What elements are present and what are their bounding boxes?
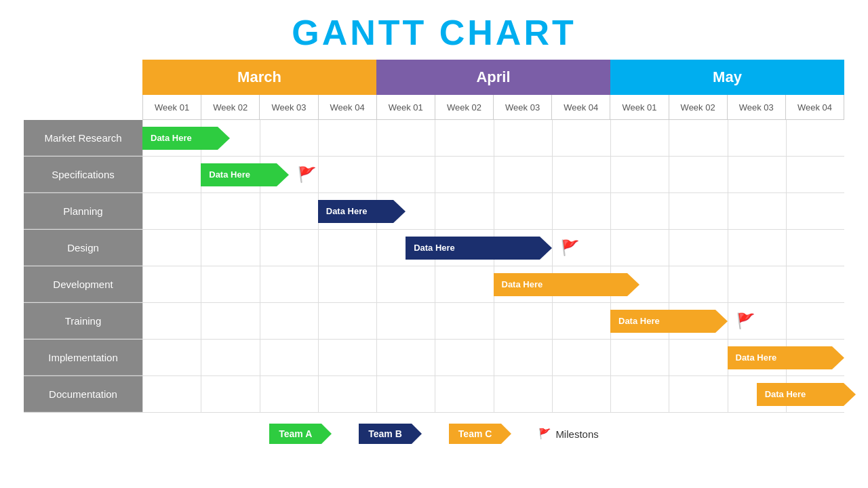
legend-team-c-label: Team C [449,424,502,444]
grid-cell-3-0 [142,230,201,266]
week-cell-9: Week 02 [669,95,727,119]
grid-cell-4-6 [494,266,552,302]
week-cell-4: Week 01 [376,95,435,119]
bar-arrow-7 [844,383,856,406]
grid-cell-6-0 [142,340,201,375]
table-row: TrainingData Here🚩 [24,303,844,340]
legend-arrow-orange [501,424,511,444]
grid-cell-0-11 [786,120,844,156]
grid-cell-7-7 [552,376,610,412]
row-cells-3: Data Here🚩 [142,230,844,266]
grid-cell-0-6 [494,120,552,156]
table-row: Market ResearchData Here [24,120,844,157]
grid-cell-5-7 [552,303,610,339]
grid-cell-3-11 [786,230,844,266]
grid-cell-2-11 [786,193,844,229]
grid-cell-2-7 [552,193,610,229]
grid-cell-6-9 [669,340,727,375]
week-cell-5: Week 02 [435,95,493,119]
chart-body: Market ResearchData HereSpecificationsDa… [24,120,844,413]
table-row: SpecificationsData Here🚩 [24,157,844,193]
grid-cell-1-0 [142,157,201,192]
row-cells-6: Data Here [142,340,844,375]
legend-team-a: Team A [269,424,332,444]
milestone-flag-icon: 🚩 [538,428,551,440]
row-cells-2: Data Here [142,193,844,229]
grid-cell-2-6 [494,193,552,229]
week-header-row: Week 01Week 02Week 03Week 04Week 01Week … [142,95,844,120]
row-label-2: Planning [24,193,142,229]
week-cell-6: Week 03 [493,95,551,119]
legend-team-b-label: Team B [359,424,412,444]
grid-cell-7-11 [786,376,844,412]
grid-cell-0-0 [142,120,201,156]
grid-cell-4-0 [142,266,201,302]
grid-cell-1-9 [669,157,727,192]
legend-arrow-green [321,424,332,444]
grid-cell-3-9 [669,230,727,266]
grid-cell-0-7 [552,120,610,156]
grid-cell-7-2 [260,376,318,412]
grid-cell-4-5 [435,266,493,302]
grid-cell-2-10 [728,193,786,229]
grid-cell-3-8 [610,230,669,266]
week-cell-3: Week 04 [318,95,376,119]
grid-cell-3-6 [494,230,552,266]
grid-cell-5-11 [786,303,844,339]
grid-cell-1-6 [494,157,552,192]
grid-cell-4-2 [260,266,318,302]
grid-cell-7-8 [610,376,669,412]
legend-team-c: Team C [449,424,512,444]
legend-team-a-label: Team A [269,424,321,444]
legend-team-b: Team B [359,424,422,444]
table-row: ImplementationData Here [24,340,844,376]
grid-cell-5-4 [376,303,435,339]
grid-cell-2-3 [318,193,376,229]
grid-cell-1-4 [376,157,435,192]
row-cells-0: Data Here [142,120,844,156]
grid-cell-6-7 [552,340,610,375]
table-row: DocumentationData Here [24,376,844,413]
grid-cell-7-9 [669,376,727,412]
grid-cell-1-5 [435,157,493,192]
grid-cell-0-8 [610,120,669,156]
legend-bar-navy: Team B [359,424,422,444]
month-march: March [142,60,376,95]
grid-cell-3-7 [552,230,610,266]
grid-cell-7-0 [142,376,201,412]
grid-cell-2-0 [142,193,201,229]
grid-cell-7-4 [376,376,435,412]
page-title: GANTT CHART [292,12,576,53]
grid-cell-2-5 [435,193,493,229]
grid-cell-3-4 [376,230,435,266]
grid-cell-6-6 [494,340,552,375]
row-cells-4: Data Here [142,266,844,302]
grid-cell-7-3 [318,376,376,412]
week-cell-1: Week 02 [201,95,259,119]
grid-cell-5-10 [728,303,786,339]
row-label-3: Design [24,230,142,266]
grid-cell-7-6 [494,376,552,412]
grid-cell-4-9 [669,266,727,302]
grid-cell-5-9 [669,303,727,339]
grid-cell-1-8 [610,157,669,192]
gantt-chart: March April May Week 01Week 02Week 03Wee… [24,60,844,413]
grid-cell-4-10 [728,266,786,302]
grid-cell-3-1 [201,230,259,266]
grid-cell-3-5 [435,230,493,266]
week-cell-11: Week 04 [785,95,844,119]
grid-cell-2-2 [260,193,318,229]
row-label-7: Documentation [24,376,142,412]
legend-milestones: 🚩 Milestons [538,428,598,440]
week-cell-10: Week 03 [727,95,785,119]
legend-bar-green: Team A [269,424,332,444]
grid-cell-7-10 [728,376,786,412]
grid-cell-0-10 [728,120,786,156]
table-row: DesignData Here🚩 [24,230,844,266]
grid-cell-2-9 [669,193,727,229]
grid-cell-5-8 [610,303,669,339]
month-header-row: March April May [142,60,844,95]
grid-cell-0-5 [435,120,493,156]
grid-cell-5-0 [142,303,201,339]
grid-cell-6-4 [376,340,435,375]
